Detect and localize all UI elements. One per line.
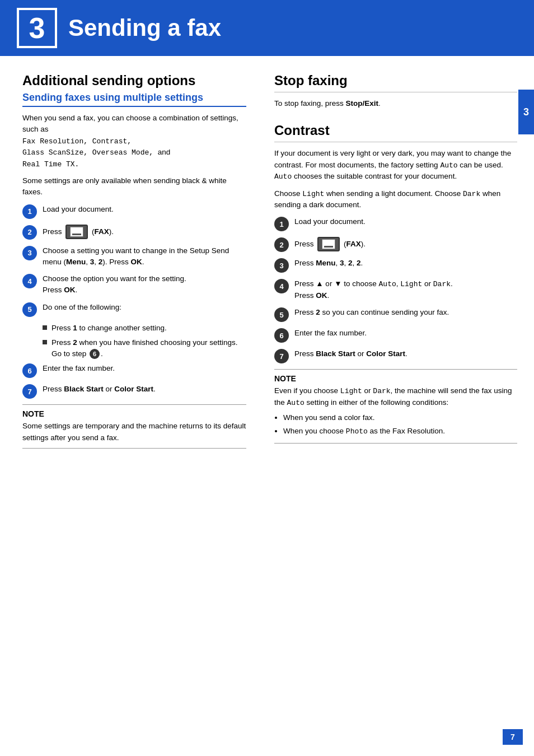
chapter-number-box: 3 <box>17 8 57 48</box>
right-step-6: 6 Enter the fax number. <box>274 328 517 343</box>
multiple-settings-title: Sending faxes using multiple settings <box>22 92 246 107</box>
right-step-3: 3 Press Menu, 3, 2, 2. <box>274 258 517 273</box>
step-circle-4: 4 <box>22 274 37 288</box>
chapter-side-tab: 3 <box>518 90 534 134</box>
right-step-circle-1: 1 <box>274 217 289 231</box>
step-circle-2: 2 <box>22 225 37 240</box>
extra-text: Some settings are only available when se… <box>22 175 246 198</box>
contrast-divider <box>274 142 517 142</box>
right-step-1: 1 Load your document. <box>274 216 517 231</box>
fax-icon-inner <box>70 227 83 237</box>
stop-faxing-title: Stop faxing <box>274 73 517 88</box>
right-note-box: NOTE Even if you choose Light or Dark, t… <box>274 369 517 444</box>
sub-text-2: Press 2 when you have finished choosing … <box>51 337 246 360</box>
step-text-6: Enter the fax number. <box>43 363 246 374</box>
fax-icon-inner-right <box>322 239 335 249</box>
step-circle-7: 7 <box>22 384 37 399</box>
left-step-1: 1 Load your document. <box>22 204 246 219</box>
right-step-text-6: Enter the fax number. <box>294 328 517 339</box>
sub-step-1: Press 1 to change another setting. <box>43 323 246 334</box>
bullet-1 <box>43 325 47 330</box>
step-text-5: Do one of the following: <box>43 302 246 313</box>
contrast-title: Contrast <box>274 123 517 138</box>
step-circle-6: 6 <box>22 363 37 378</box>
right-note-label: NOTE <box>274 374 517 383</box>
stop-text: To stop faxing, press Stop/Exit. <box>274 98 517 109</box>
right-step-text-7: Press Black Start or Color Start. <box>294 348 517 360</box>
step-text-3: Choose a setting you want to change in t… <box>43 245 246 268</box>
left-step-3: 3 Choose a setting you want to change in… <box>22 245 246 268</box>
right-step-circle-7: 7 <box>274 349 289 363</box>
right-note-intro: Even if you choose Light or Dark, the ma… <box>274 385 517 408</box>
right-note-bullets: When you send a color fax. When you choo… <box>283 412 517 437</box>
left-step-7: 7 Press Black Start or Color Start. <box>22 384 246 399</box>
right-step-circle-4: 4 <box>274 279 289 293</box>
right-step-text-1: Load your document. <box>294 216 517 227</box>
right-step-5: 5 Press 2 so you can continue sending yo… <box>274 307 517 322</box>
right-step-2: 2 Press (FAX). <box>274 237 517 252</box>
bullet-2 <box>43 340 47 344</box>
right-step-4: 4 Press ▲ or ▼ to choose Auto, Light or … <box>274 278 517 301</box>
left-step-6: 6 Enter the fax number. <box>22 363 246 378</box>
right-step-7: 7 Press Black Start or Color Start. <box>274 348 517 363</box>
left-step-5: 5 Do one of the following: <box>22 302 246 317</box>
sub-text-1: Press 1 to change another setting. <box>51 323 167 334</box>
left-step-2: 2 Press (FAX). <box>22 225 246 240</box>
right-column: Stop faxing To stop faxing, press Stop/E… <box>263 73 534 454</box>
step-text-7: Press Black Start or Color Start. <box>43 384 246 395</box>
intro-text: When you send a fax, you can choose a co… <box>22 113 246 170</box>
contrast-text1: If your document is very light or very d… <box>274 148 517 182</box>
left-note-box: NOTE Some settings are temporary and the… <box>22 404 246 449</box>
header-title: Sending a fax <box>68 15 221 41</box>
sub-step-2: Press 2 when you have finished choosing … <box>43 337 246 360</box>
right-step-text-4: Press ▲ or ▼ to choose Auto, Light or Da… <box>294 278 517 301</box>
note-bullet-1: When you send a color fax. <box>283 412 517 424</box>
right-step-circle-5: 5 <box>274 307 289 322</box>
page-header: 3 Sending a fax <box>0 0 534 56</box>
right-step-circle-6: 6 <box>274 328 289 343</box>
fax-button-icon <box>65 225 88 239</box>
stop-divider <box>274 92 517 92</box>
left-note-label: NOTE <box>22 409 246 418</box>
left-step-4: 4 Choose the option you want for the set… <box>22 273 246 296</box>
chapter-number: 3 <box>29 11 45 45</box>
right-step-circle-3: 3 <box>274 258 289 273</box>
step-text-2: Press (FAX). <box>43 225 246 239</box>
note-bullet-2: When you choose Photo as the Fax Resolut… <box>283 425 517 438</box>
left-column: Additional sending options Sending faxes… <box>0 73 263 454</box>
step-circle-5: 5 <box>22 302 37 317</box>
left-note-text: Some settings are temporary and the mach… <box>22 421 246 444</box>
page-content: Additional sending options Sending faxes… <box>0 56 534 488</box>
right-step-text-3: Press Menu, 3, 2, 2. <box>294 258 517 269</box>
additional-sending-title: Additional sending options <box>22 73 246 88</box>
contrast-text2: Choose Light when sending a light docume… <box>274 188 517 211</box>
step-text-4: Choose the option you want for the setti… <box>43 273 246 296</box>
step-circle-1: 1 <box>22 204 37 219</box>
fax-button-icon-right <box>317 237 340 251</box>
step-circle-3: 3 <box>22 246 37 260</box>
step-ref-6: 6 <box>90 349 100 359</box>
right-step-text-5: Press 2 so you can continue sending your… <box>294 307 517 318</box>
page-number: 7 <box>503 729 523 745</box>
step-text-1: Load your document. <box>43 204 246 215</box>
right-step-text-2: Press (FAX). <box>294 237 517 251</box>
right-step-circle-2: 2 <box>274 237 289 252</box>
